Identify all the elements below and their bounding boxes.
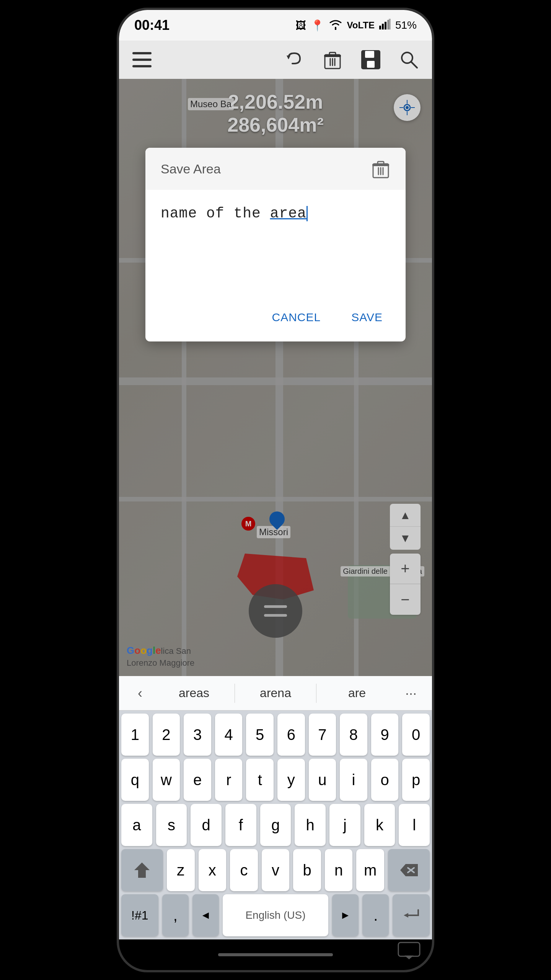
key-g[interactable]: g: [260, 804, 291, 846]
signal-icon: [379, 19, 391, 32]
key-s[interactable]: s: [156, 804, 187, 846]
key-i[interactable]: i: [340, 759, 367, 801]
key-u[interactable]: u: [309, 759, 336, 801]
key-c[interactable]: c: [230, 849, 258, 891]
dot-key[interactable]: .: [362, 894, 389, 936]
save-button[interactable]: [359, 48, 382, 71]
dialog-delete-button[interactable]: [371, 159, 390, 178]
delete-button[interactable]: [321, 48, 344, 71]
svg-marker-32: [134, 862, 150, 878]
key-l[interactable]: l: [399, 804, 430, 846]
svg-marker-8: [287, 56, 290, 59]
key-0[interactable]: 0: [402, 714, 430, 756]
lte-icon: VoLTE: [347, 20, 375, 31]
battery-icon: 51%: [395, 19, 417, 31]
suggestion-back-button[interactable]: ‹: [127, 676, 153, 710]
keyboard-suggestions-bar: ‹ areas arena are ···: [119, 676, 432, 710]
keyboard-rows: 1 2 3 4 5 6 7 8 9 0 q w e r t: [119, 710, 432, 939]
wifi-icon: [329, 18, 342, 33]
key-t[interactable]: t: [246, 759, 274, 801]
comma-key[interactable]: ,: [162, 894, 189, 936]
backspace-key[interactable]: [388, 849, 430, 891]
cancel-button[interactable]: CANCEL: [264, 305, 328, 330]
suggestion-2[interactable]: arena: [235, 682, 316, 704]
svg-rect-0: [379, 26, 381, 29]
key-j[interactable]: j: [329, 804, 360, 846]
svg-rect-6: [132, 59, 152, 61]
key-9[interactable]: 9: [371, 714, 399, 756]
svg-rect-17: [367, 61, 375, 68]
key-f[interactable]: f: [225, 804, 256, 846]
asdf-row: a s d f g h j k l: [121, 804, 430, 846]
qwerty-row: q w e r t y u i o p: [121, 759, 430, 801]
svg-rect-5: [132, 52, 152, 54]
suggestion-more-button[interactable]: ···: [398, 676, 424, 710]
right-arrow-key[interactable]: ►: [332, 894, 359, 936]
key-p[interactable]: p: [402, 759, 430, 801]
dialog-actions: CANCEL SAVE: [145, 297, 406, 341]
keyboard-area: ‹ areas arena are ··· 1 2 3 4 5 6 7: [119, 676, 432, 939]
zxcv-row: z x c v b n m: [121, 849, 430, 891]
dialog-input[interactable]: name of the area: [161, 205, 390, 222]
key-m[interactable]: m: [356, 849, 384, 891]
key-e[interactable]: e: [184, 759, 211, 801]
suggestion-3[interactable]: are: [316, 682, 398, 704]
key-b[interactable]: b: [293, 849, 321, 891]
suggestion-1[interactable]: areas: [153, 682, 235, 704]
key-4[interactable]: 4: [215, 714, 243, 756]
space-key[interactable]: English (US): [223, 894, 328, 936]
key-r[interactable]: r: [215, 759, 243, 801]
key-v[interactable]: v: [262, 849, 290, 891]
key-a[interactable]: a: [121, 804, 152, 846]
menu-button[interactable]: [130, 48, 153, 71]
key-d[interactable]: d: [191, 804, 222, 846]
phone-frame: 00:41 🖼 📍 VoLTE: [117, 8, 434, 972]
key-x[interactable]: x: [199, 849, 227, 891]
text-cursor: [306, 206, 308, 221]
key-h[interactable]: h: [295, 804, 326, 846]
svg-rect-7: [132, 65, 152, 67]
photo-icon: 🖼: [295, 19, 306, 32]
svg-rect-36: [398, 942, 420, 956]
app-toolbar: [119, 41, 432, 79]
svg-marker-37: [404, 956, 414, 959]
key-o[interactable]: o: [371, 759, 399, 801]
svg-line-19: [411, 62, 417, 68]
hide-keyboard-button[interactable]: [398, 942, 421, 962]
key-2[interactable]: 2: [153, 714, 180, 756]
key-q[interactable]: q: [121, 759, 149, 801]
phone-screen: 00:41 🖼 📍 VoLTE: [119, 10, 432, 970]
symbol-key[interactable]: !#1: [121, 894, 158, 936]
key-w[interactable]: w: [153, 759, 180, 801]
svg-rect-16: [365, 51, 374, 58]
svg-rect-28: [372, 164, 389, 166]
svg-rect-2: [385, 22, 386, 29]
bottom-bar: [119, 939, 432, 970]
search-button[interactable]: [398, 48, 421, 71]
location-icon: 📍: [311, 19, 324, 32]
key-z[interactable]: z: [167, 849, 195, 891]
key-5[interactable]: 5: [246, 714, 274, 756]
dialog-overlay: Save Area: [119, 79, 432, 676]
dialog-header: Save Area: [145, 148, 406, 190]
key-3[interactable]: 3: [184, 714, 211, 756]
key-n[interactable]: n: [325, 849, 353, 891]
svg-rect-4: [389, 19, 391, 29]
gesture-bar: [218, 953, 333, 956]
undo-button[interactable]: [283, 48, 306, 71]
key-8[interactable]: 8: [340, 714, 367, 756]
bottom-row: !#1 , ◄ English (US) ► .: [121, 894, 430, 936]
enter-key[interactable]: [393, 894, 430, 936]
key-k[interactable]: k: [364, 804, 395, 846]
key-1[interactable]: 1: [121, 714, 149, 756]
dialog-content: name of the area: [145, 190, 406, 297]
save-area-button[interactable]: SAVE: [344, 305, 390, 330]
key-6[interactable]: 6: [277, 714, 305, 756]
key-7[interactable]: 7: [309, 714, 336, 756]
status-bar: 00:41 🖼 📍 VoLTE: [119, 10, 432, 41]
left-arrow-key[interactable]: ◄: [192, 894, 219, 936]
key-y[interactable]: y: [277, 759, 305, 801]
status-icons: 🖼 📍 VoLTE: [295, 18, 417, 33]
number-row: 1 2 3 4 5 6 7 8 9 0: [121, 714, 430, 756]
shift-key[interactable]: [121, 849, 163, 891]
